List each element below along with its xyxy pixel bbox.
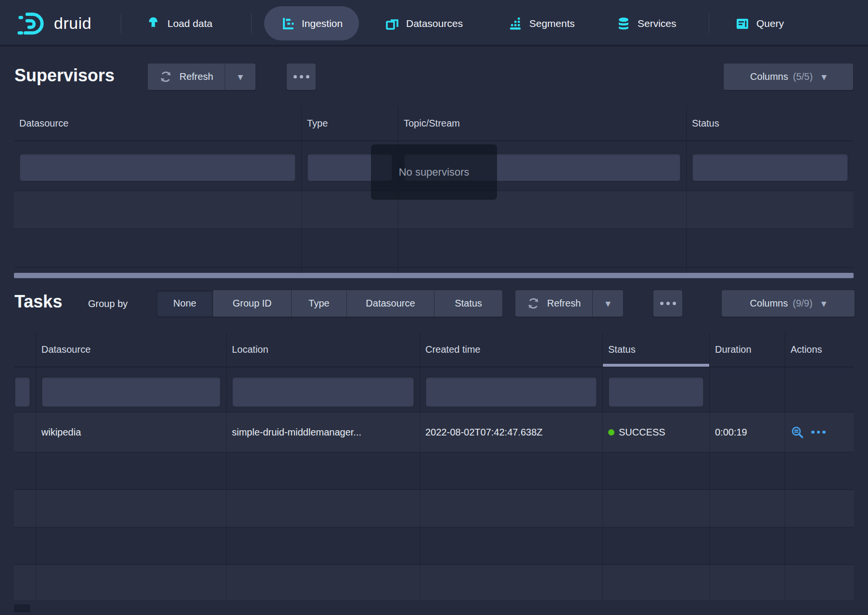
tasks-header-row: Datasource Location Created time Status …	[14, 332, 854, 367]
column-header-duration[interactable]: Duration	[710, 332, 785, 367]
supervisors-refresh-dropdown-button[interactable]: ▼	[225, 64, 255, 90]
columns-label: Columns	[750, 298, 788, 309]
column-header-type[interactable]: Type	[302, 106, 398, 141]
column-header-status-sorted[interactable]: Status	[603, 332, 710, 367]
column-header-datasource[interactable]: Datasource	[36, 332, 227, 367]
nav-item-ingestion[interactable]: Ingestion	[264, 6, 359, 40]
task-row-wikipedia[interactable]: wikipedia simple-druid-middlemanager... …	[14, 412, 854, 452]
nav-item-load-data[interactable]: Load data	[146, 0, 212, 47]
nav-item-label: Ingestion	[302, 18, 343, 29]
bar-chart-icon	[508, 16, 523, 31]
status-filter-input[interactable]	[609, 377, 703, 407]
tasks-refresh-button[interactable]: Refresh	[515, 290, 593, 317]
tasks-title: Tasks	[14, 292, 62, 312]
actions-cell	[785, 412, 854, 452]
nav-item-label: Query	[756, 18, 784, 29]
row-more-ellipsis-icon[interactable]	[811, 431, 826, 434]
nav-item-datasources[interactable]: Datasources	[385, 0, 463, 47]
status-success-dot	[608, 429, 614, 436]
top-nav: druid Load data Ingestion	[0, 0, 868, 47]
chevron-down-icon: ▼	[821, 300, 827, 308]
group-by-segmented-control: None Group ID Type Datasource Status	[157, 290, 502, 317]
nav-item-label: Segments	[529, 18, 575, 29]
druid-logo-icon	[17, 10, 47, 37]
more-ellipsis-icon	[294, 75, 309, 78]
empty-message: No supervisors	[399, 166, 470, 179]
supervisors-title: Supervisors	[14, 65, 115, 86]
empty-row-partial	[14, 268, 854, 273]
tasks-columns-button[interactable]: Columns (9/9) ▼	[722, 290, 855, 317]
tasks-horizontal-scrollbar[interactable]	[14, 604, 30, 612]
column-header-datasource[interactable]: Datasource	[14, 106, 302, 141]
refresh-icon	[159, 70, 172, 83]
columns-count: (5/5)	[793, 71, 813, 82]
chevron-down-icon: ▼	[605, 300, 611, 308]
status-filter-input[interactable]	[692, 154, 848, 181]
refresh-label: Refresh	[179, 71, 213, 82]
upload-icon	[146, 16, 161, 31]
column-header-location[interactable]: Location	[227, 332, 420, 367]
tasks-refresh-group: Refresh ▼	[515, 290, 623, 317]
console-icon	[735, 16, 750, 31]
supervisors-horizontal-scrollbar[interactable]	[14, 273, 854, 278]
empty-row	[14, 527, 854, 565]
column-header-topic-stream[interactable]: Topic/Stream	[398, 106, 687, 141]
status-cell: SUCCESS	[603, 412, 710, 452]
stacked-panels-icon	[385, 16, 399, 31]
nav-divider	[121, 13, 121, 33]
nav-item-segments[interactable]: Segments	[508, 0, 575, 47]
group-by-status-button[interactable]: Status	[434, 290, 502, 317]
duration-cell: 0:00:19	[710, 412, 785, 452]
druid-logo[interactable]: druid	[17, 0, 91, 47]
empty-row	[14, 565, 854, 600]
supervisors-refresh-button[interactable]: Refresh	[148, 64, 225, 90]
database-icon	[616, 16, 631, 31]
nav-item-label: Load data	[167, 18, 212, 29]
supervisors-more-button[interactable]	[287, 64, 316, 90]
column-header-status[interactable]: Status	[687, 106, 854, 141]
supervisors-header-row: Datasource Type Topic/Stream Status	[14, 106, 854, 141]
columns-count: (9/9)	[793, 298, 813, 309]
datasource-filter-input[interactable]	[42, 377, 220, 407]
nav-item-label: Datasources	[406, 18, 463, 29]
supervisors-refresh-group: Refresh ▼	[148, 64, 255, 90]
datasource-cell: wikipedia	[36, 412, 227, 452]
nav-item-label: Services	[638, 18, 677, 29]
status-text: SUCCESS	[619, 427, 665, 438]
column-header-created-time[interactable]: Created time	[420, 332, 603, 367]
created-time-cell: 2022-08-02T07:42:47.638Z	[420, 412, 603, 452]
empty-row	[14, 490, 854, 527]
empty-row	[14, 452, 854, 490]
chevron-down-icon: ▼	[238, 73, 243, 81]
column-header-actions[interactable]: Actions	[785, 332, 854, 367]
nav-item-services[interactable]: Services	[616, 0, 677, 47]
group-by-label: Group by	[88, 298, 128, 309]
location-filter-input[interactable]	[232, 377, 414, 407]
no-supervisors-overlay: No supervisors	[371, 144, 497, 200]
nav-item-query[interactable]: Query	[735, 0, 784, 47]
empty-row	[14, 229, 854, 268]
created-time-filter-input[interactable]	[426, 377, 597, 407]
refresh-icon	[527, 297, 540, 310]
tasks-refresh-dropdown-button[interactable]: ▼	[593, 290, 623, 317]
supervisors-table: Datasource Type Topic/Stream Status No s…	[14, 106, 854, 278]
group-by-group-id-button[interactable]: Group ID	[213, 290, 292, 317]
columns-label: Columns	[750, 71, 788, 82]
location-cell: simple-druid-middlemanager...	[227, 412, 420, 452]
search-details-icon[interactable]	[791, 425, 804, 439]
column-header-clipped[interactable]	[14, 332, 36, 367]
nav-divider	[251, 13, 252, 33]
logo-text: druid	[54, 14, 91, 33]
tasks-table: Datasource Location Created time Status …	[14, 332, 854, 600]
group-by-type-button[interactable]: Type	[292, 290, 347, 317]
datasource-filter-input[interactable]	[20, 154, 295, 181]
more-ellipsis-icon	[660, 302, 676, 305]
tasks-filter-row	[14, 367, 854, 412]
tasks-more-button[interactable]	[653, 290, 682, 317]
group-by-datasource-button[interactable]: Datasource	[347, 290, 434, 317]
group-by-none-button[interactable]: None	[157, 290, 213, 317]
clipped-filter-input[interactable]	[15, 377, 30, 407]
supervisors-columns-button[interactable]: Columns (5/5) ▼	[724, 64, 853, 90]
nav-divider	[709, 13, 709, 33]
gantt-chart-icon	[281, 16, 295, 31]
